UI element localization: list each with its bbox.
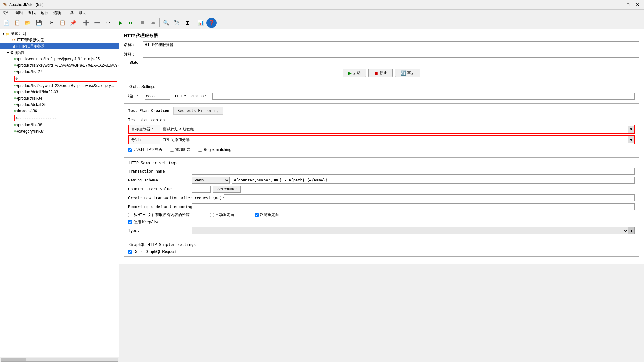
target-value: 测试计划 > 线程组 (160, 125, 628, 133)
start-icon: ▶ (348, 70, 352, 76)
target-dropdown-arrow[interactable]: ▼ (628, 126, 634, 133)
naming-scheme-select[interactable]: Prefix (192, 177, 230, 184)
add-assertion-checkbox-label[interactable]: 添加断言 (170, 147, 191, 152)
run-button[interactable]: ▶ (116, 18, 126, 28)
use-keepalive-text: 使用 KeepAlive (133, 220, 159, 225)
fetch-html-checkbox[interactable] (128, 213, 132, 217)
stop-all-button[interactable]: ⏏ (148, 18, 158, 28)
separator-4 (159, 18, 160, 27)
restart-button[interactable]: 🔄 重启 (395, 69, 420, 77)
new-button[interactable]: 📄 (1, 18, 11, 28)
minimize-button[interactable]: ─ (615, 2, 622, 8)
thread-expand[interactable]: ▼ (6, 51, 10, 55)
use-keepalive-checkbox[interactable] (128, 220, 132, 224)
menu-find[interactable]: 查找 (25, 10, 38, 16)
tree-separator-1[interactable]: ✤ - - - - - - - - - - - - - (14, 76, 117, 82)
img36-label: /images/-36 (17, 109, 37, 113)
menu-run[interactable]: 运行 (38, 10, 51, 16)
regex-matching-checkbox[interactable] (198, 148, 202, 152)
tree-separator-2[interactable]: ✤ - - - - - - - - - - - - - - - - - (14, 115, 117, 121)
paste-button[interactable]: 📌 (68, 18, 78, 28)
counter-start-input[interactable] (192, 186, 211, 193)
tree-item-test-plan[interactable]: ▼ 📁 测试计划 (0, 30, 119, 37)
scroll-track[interactable] (1, 358, 118, 362)
template-button[interactable]: 📋 (12, 18, 22, 28)
open-button[interactable]: 📂 (23, 18, 33, 28)
encoding-input[interactable] (192, 203, 635, 210)
tree-item-product-detail-35[interactable]: ✏ /product/detail-35 (0, 102, 119, 108)
record-http-checkbox-label[interactable]: 记录HTTP信息头 (128, 147, 162, 152)
menu-help[interactable]: 帮助 (76, 10, 89, 16)
refresh-button[interactable]: ↩ (103, 18, 113, 28)
tree-item-product-list-keyword2[interactable]: ✏ /product/list?keyword=22&orderBy=price… (0, 82, 119, 89)
tree-item-http-request[interactable]: ✂ HTTP请求默认值 (0, 37, 119, 43)
separator-2 (80, 18, 80, 27)
tree-item-product-list-27[interactable]: ✏ /product/list-27 (0, 69, 119, 75)
tree-item-thread-group[interactable]: ▼ ⚙ 线程组 (0, 49, 119, 56)
panel-title: HTTP代理服务器 (124, 33, 639, 39)
stop-button[interactable]: ⏹ 停止 (368, 69, 393, 77)
horizontal-scrollbar[interactable] (0, 357, 119, 362)
detect-graphql-checkbox[interactable] (128, 250, 132, 254)
use-keepalive-label[interactable]: 使用 KeepAlive (128, 220, 159, 225)
maximize-button[interactable]: □ (625, 2, 631, 8)
help-button[interactable]: ❓ (206, 18, 217, 28)
menu-tools[interactable]: 工具 (63, 10, 76, 16)
cut-button[interactable]: ✂ (47, 18, 57, 28)
menu-options[interactable]: 选项 (51, 10, 63, 16)
detect-graphql-label[interactable]: Detect GraphQL Request (128, 249, 635, 254)
follow-redirect-checkbox[interactable] (255, 213, 259, 217)
add-assertion-checkbox[interactable] (170, 148, 174, 152)
port-input[interactable] (145, 93, 170, 100)
menu-file[interactable]: 文件 (0, 10, 13, 16)
follow-redirect-label[interactable]: 跟随重定向 (255, 212, 279, 218)
state-legend: State (128, 60, 140, 65)
tree-toggle-test-plan[interactable]: ▼ (1, 32, 6, 36)
new-transaction-input[interactable] (224, 194, 635, 201)
group-dropdown-arrow[interactable]: ▼ (628, 136, 634, 143)
transaction-name-label: Transaction name (128, 169, 192, 174)
regex-matching-checkbox-label[interactable]: Regex matching (198, 148, 231, 152)
fetch-html-label[interactable]: 从HTML文件获取所有内容的资源 (128, 212, 190, 218)
type-dropdown-arrow[interactable]: ▼ (628, 227, 634, 234)
list-button[interactable]: 📊 (196, 18, 206, 28)
naming-pattern-input[interactable] (232, 177, 635, 184)
add-button[interactable]: ➕ (81, 18, 91, 28)
type-row: Type: ▼ (128, 227, 635, 234)
scroll-thumb[interactable] (1, 358, 26, 361)
set-counter-button[interactable]: Set counter (213, 186, 241, 193)
clear-button[interactable]: 🗑 (183, 18, 193, 28)
restart-label: 重启 (407, 70, 415, 76)
auto-redirect-label[interactable]: 自动重定向 (210, 212, 234, 218)
tree-item-jquery[interactable]: ✏ /public/common/libs/jquery/jquery-1.9.… (0, 56, 119, 62)
tree-item-category-list-37[interactable]: ✏ /category/list-37 (0, 128, 119, 135)
stop-button[interactable]: ⏹ (137, 18, 147, 28)
state-fieldset: State ▶ 启动 ⏹ 停止 🔄 重启 (124, 60, 639, 81)
title-bar-left: 🪶 Apache JMeter (5.5) (3, 3, 44, 7)
tree-item-images-36[interactable]: ✏ /images/-36 (0, 108, 119, 114)
save-button[interactable]: 💾 (34, 18, 44, 28)
close-button[interactable]: ✕ (634, 2, 641, 8)
start-label: 启动 (353, 70, 361, 76)
tree-item-product-list-34[interactable]: ✏ /product/list-34 (0, 95, 119, 102)
transaction-name-input[interactable] (192, 168, 635, 175)
tree-item-product-detail[interactable]: ✏ /product/detail?id=22-33 (0, 89, 119, 95)
tree-item-product-list-keyword[interactable]: ✏ /product/list?keyword=%E5%A5%BF%E7%BA%… (0, 62, 119, 69)
binoculars-button[interactable]: 🔭 (172, 18, 182, 28)
start-button[interactable]: ▶ 启动 (343, 69, 366, 77)
auto-redirect-checkbox[interactable] (210, 213, 214, 217)
tree-item-product-list-38[interactable]: ✏ /product/list-38 (0, 122, 119, 128)
record-http-checkbox[interactable] (128, 148, 132, 152)
comment-input[interactable] (143, 51, 639, 58)
tree-item-http-proxy[interactable]: 🖥 HTTP代理服务器 (0, 43, 119, 49)
remove-button[interactable]: ➖ (92, 18, 102, 28)
tab-requests-filtering[interactable]: Requests Filtering (173, 107, 223, 115)
name-input[interactable] (143, 41, 639, 48)
tab-test-plan-creation[interactable]: Test Plan Creation (124, 107, 173, 115)
search-button[interactable]: 🔍 (161, 18, 171, 28)
copy-button[interactable]: 📋 (57, 18, 68, 28)
menu-edit[interactable]: 编辑 (13, 10, 25, 16)
type-select[interactable] (192, 227, 628, 234)
run-all-button[interactable]: ⏭ (127, 18, 137, 28)
https-input[interactable] (212, 93, 635, 100)
